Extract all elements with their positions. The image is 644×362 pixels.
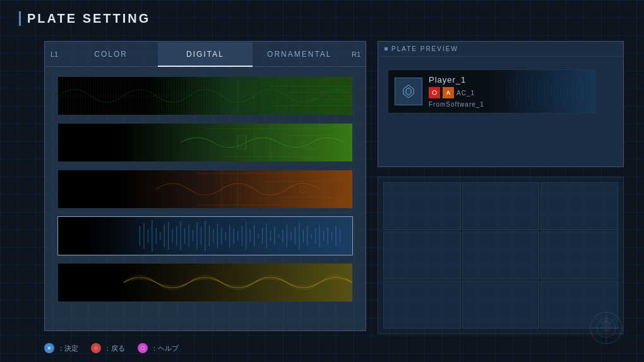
svg-rect-14 xyxy=(238,136,246,149)
cross-button-icon: × xyxy=(44,343,54,353)
decor-cell-7 xyxy=(383,281,461,329)
decor-cell-3 xyxy=(540,182,618,230)
badge-red: ⬡ xyxy=(429,87,440,98)
plate-list xyxy=(45,67,366,312)
action-back-label: ：戻る xyxy=(104,344,125,353)
anchor-decor xyxy=(587,309,625,349)
decor-cell-6 xyxy=(540,231,618,279)
decor-cell-2 xyxy=(462,182,540,230)
action-help-label: ：ヘルプ xyxy=(151,344,179,353)
decor-cell-8 xyxy=(462,281,540,329)
plate-item-1[interactable] xyxy=(57,76,353,115)
action-confirm: × ：決定 xyxy=(44,343,78,353)
action-help: □ ：ヘルプ xyxy=(138,343,179,353)
tab-nav-left[interactable]: L1 xyxy=(45,42,64,66)
bottom-action-bar: × ：決定 ○ ：戻る □ ：ヘルプ xyxy=(44,343,179,353)
plate-item-5[interactable] xyxy=(57,263,353,302)
preview-title-text: PLATE PREVIEW xyxy=(391,45,458,52)
preview-avatar xyxy=(395,78,422,105)
action-back: ○ ：戻る xyxy=(91,343,125,353)
preview-content: Player_1 ⬡ A AC_1 FromSoftware_1 xyxy=(378,57,623,126)
decor-cell-5 xyxy=(462,231,540,279)
circle-button-icon: ○ xyxy=(91,343,101,353)
tab-ornamental[interactable]: ORNAMENTAL xyxy=(253,42,347,67)
plate-item-4[interactable] xyxy=(57,216,353,255)
preview-info: Player_1 ⬡ A AC_1 FromSoftware_1 xyxy=(429,75,484,108)
decor-grid xyxy=(378,177,623,334)
left-panel: L1 COLOR DIGITAL ORNAMENTAL R1 xyxy=(44,41,366,331)
tab-digital[interactable]: DIGITAL xyxy=(158,42,252,67)
page-title: PLATE SETTING xyxy=(19,11,150,26)
tab-color[interactable]: COLOR xyxy=(64,42,158,67)
player-name: Player_1 xyxy=(429,75,484,85)
preview-plate: Player_1 ⬡ A AC_1 FromSoftware_1 xyxy=(388,69,596,114)
tab-nav-right[interactable]: R1 xyxy=(347,42,366,66)
plate-preview-panel: PLATE PREVIEW xyxy=(378,41,624,167)
svg-point-21 xyxy=(299,186,307,192)
plate-item-2[interactable] xyxy=(57,123,353,162)
decor-cell-1 xyxy=(383,182,461,230)
ac-label: AC_1 xyxy=(456,90,475,96)
preview-title-dot xyxy=(385,47,388,50)
decor-cell-4 xyxy=(383,231,461,279)
action-confirm-label: ：決定 xyxy=(57,344,78,353)
preview-title: PLATE PREVIEW xyxy=(378,42,623,57)
square-button-icon: □ xyxy=(138,343,148,353)
tab-bar: L1 COLOR DIGITAL ORNAMENTAL R1 xyxy=(45,42,366,67)
software-label: FromSoftware_1 xyxy=(429,101,484,108)
preview-badges: ⬡ A AC_1 xyxy=(429,87,484,98)
badge-orange: A xyxy=(443,87,454,98)
plate-item-3[interactable] xyxy=(57,170,353,209)
